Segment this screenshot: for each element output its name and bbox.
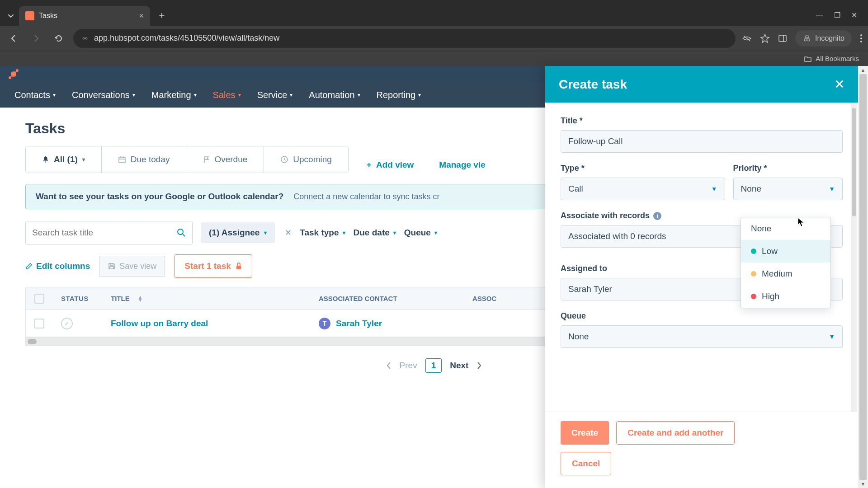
chevron-down-icon: ▼ <box>829 185 835 192</box>
current-page[interactable]: 1 <box>425 358 442 373</box>
close-window-icon[interactable]: ✕ <box>851 11 857 19</box>
panel-scrollbar-thumb[interactable] <box>852 108 856 216</box>
title-label: Title * <box>561 116 843 126</box>
browser-menu-icon[interactable] <box>860 34 863 43</box>
scroll-down-arrow[interactable]: ▼ <box>858 480 868 488</box>
type-select[interactable]: Call ▼ <box>561 178 725 200</box>
priority-option-none[interactable]: None <box>741 217 830 240</box>
next-arrow-icon[interactable] <box>476 361 482 370</box>
scroll-up-arrow[interactable]: ▲ <box>858 66 868 74</box>
nav-contacts[interactable]: Contacts▾ <box>14 90 56 100</box>
nav-service[interactable]: Service▾ <box>257 90 293 100</box>
edit-columns-button[interactable]: Edit columns <box>25 261 90 271</box>
priority-option-low[interactable]: Low <box>741 240 830 263</box>
tab-overdue[interactable]: Overdue <box>186 146 264 173</box>
panel-body: Title * Type * Call ▼ Priority * None ▼ <box>545 103 858 412</box>
back-button[interactable] <box>5 30 22 47</box>
nav-automation[interactable]: Automation▾ <box>309 90 360 100</box>
url-text: app.hubspot.com/tasks/45105500/view/all/… <box>94 33 279 43</box>
calendar-icon <box>118 155 126 164</box>
all-bookmarks-link[interactable]: All Bookmarks <box>816 55 859 62</box>
svg-point-6 <box>807 38 810 41</box>
filter-assignee[interactable]: (1) Assignee ▾ <box>201 222 275 243</box>
page-vertical-scrollbar[interactable]: ▲ ▼ <box>858 66 868 488</box>
priority-option-high[interactable]: High <box>741 285 830 308</box>
search-input[interactable] <box>32 228 177 238</box>
forward-button[interactable] <box>28 30 44 47</box>
hubspot-logo[interactable] <box>7 68 20 80</box>
pin-icon <box>42 156 49 163</box>
browser-tab[interactable]: Tasks × <box>19 6 150 26</box>
col-associated-contact[interactable]: ASSOCIATED CONTACT <box>311 295 464 302</box>
create-button[interactable]: Create <box>561 421 609 445</box>
clock-icon <box>280 155 288 164</box>
priority-label: Priority * <box>733 164 843 173</box>
nav-conversations[interactable]: Conversations▾ <box>72 90 135 100</box>
nav-marketing[interactable]: Marketing▾ <box>151 90 197 100</box>
prev-button[interactable]: Prev <box>400 361 417 371</box>
status-toggle[interactable]: ✓ <box>61 318 73 329</box>
close-panel-icon[interactable]: ✕ <box>834 77 844 92</box>
add-view-button[interactable]: + Add view <box>354 152 427 178</box>
create-and-add-another-button[interactable]: Create and add another <box>616 421 735 445</box>
reload-button[interactable] <box>51 30 67 47</box>
tab-upcoming[interactable]: Upcoming <box>264 146 348 173</box>
page-scroll-thumb[interactable] <box>859 74 867 480</box>
maximize-icon[interactable]: ❐ <box>834 11 840 19</box>
row-checkbox[interactable] <box>34 319 44 328</box>
search-input-wrapper[interactable] <box>25 221 193 244</box>
task-title-link[interactable]: Follow up on Barry deal <box>103 319 311 328</box>
filter-task-type[interactable]: Task type▾ <box>300 228 345 238</box>
tab-due-today[interactable]: Due today <box>102 146 187 173</box>
start-task-button[interactable]: Start 1 task <box>174 254 252 278</box>
tab-all[interactable]: All (1) ▾ <box>26 146 102 173</box>
incognito-icon <box>802 34 811 43</box>
site-info-icon[interactable] <box>81 35 89 42</box>
manage-views-link[interactable]: Manage vie <box>426 152 485 178</box>
queue-select[interactable]: None ▼ <box>561 325 843 348</box>
col-title[interactable]: TITLE ▲▼ <box>103 295 311 302</box>
cancel-button[interactable]: Cancel <box>561 452 611 475</box>
select-all-checkbox[interactable] <box>34 294 44 304</box>
priority-select[interactable]: None ▼ <box>733 178 843 200</box>
side-panel-icon[interactable] <box>778 34 787 43</box>
type-label: Type * <box>561 164 725 173</box>
bookmarks-folder-icon[interactable] <box>804 55 812 63</box>
search-icon[interactable] <box>177 228 186 237</box>
browser-toolbar: app.hubspot.com/tasks/45105500/view/all/… <box>0 26 868 51</box>
panel-scrollbar[interactable] <box>851 103 857 412</box>
close-tab-icon[interactable]: × <box>139 11 144 21</box>
save-view-button[interactable]: Save view <box>99 256 165 277</box>
app-viewport: Contacts▾ Conversations▾ Marketing▾ Sale… <box>0 66 868 488</box>
priority-dot-medium <box>751 271 756 277</box>
filter-due-date[interactable]: Due date▾ <box>354 228 396 238</box>
contact-link[interactable]: Sarah Tyler <box>336 319 382 328</box>
address-bar[interactable]: app.hubspot.com/tasks/45105500/view/all/… <box>73 29 736 48</box>
incognito-eye-icon[interactable] <box>742 33 752 43</box>
bookmark-star-icon[interactable] <box>760 33 770 43</box>
browser-tab-strip: Tasks × + — ❐ ✕ <box>0 0 868 26</box>
hscroll-thumb[interactable] <box>28 339 37 344</box>
prev-arrow-icon[interactable] <box>386 361 392 370</box>
new-tab-button[interactable]: + <box>154 8 170 24</box>
svg-line-14 <box>15 70 17 72</box>
next-button[interactable]: Next <box>450 361 468 371</box>
clear-assignee-icon[interactable]: ✕ <box>285 228 292 238</box>
svg-point-0 <box>83 38 85 39</box>
nav-reporting[interactable]: Reporting▾ <box>377 90 421 100</box>
minimize-icon[interactable]: — <box>816 11 823 19</box>
priority-dropdown: None Low Medium High <box>741 217 831 308</box>
hubspot-favicon <box>25 11 34 20</box>
col-status[interactable]: STATUS <box>53 295 103 302</box>
incognito-indicator[interactable]: Incognito <box>795 30 852 47</box>
nav-sales[interactable]: Sales▾ <box>213 90 241 100</box>
info-icon[interactable]: i <box>653 212 661 220</box>
priority-option-medium[interactable]: Medium <box>741 263 830 285</box>
panel-header: Create task ✕ <box>545 66 858 103</box>
incognito-label: Incognito <box>815 34 844 42</box>
filter-queue[interactable]: Queue▾ <box>404 228 437 238</box>
tab-search-dropdown[interactable] <box>3 8 19 24</box>
title-input[interactable] <box>561 130 843 153</box>
svg-point-8 <box>860 38 862 39</box>
flag-icon <box>203 156 210 163</box>
